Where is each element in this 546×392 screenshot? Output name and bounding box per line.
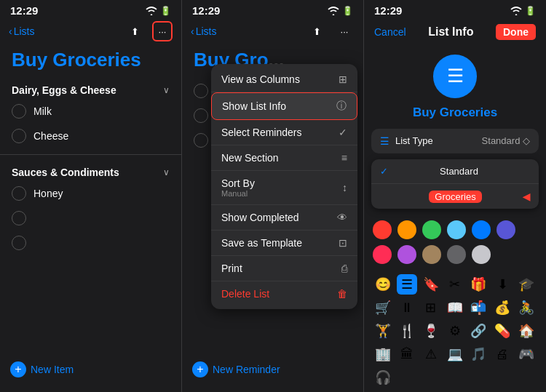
more-button-1[interactable]: ··· (152, 21, 173, 41)
color-red[interactable] (373, 220, 392, 239)
menu-delete-list[interactable]: Delete List 🗑 (211, 281, 357, 306)
menu-sort-by[interactable]: Sort By Manual ↕ (211, 171, 357, 205)
checkbox-cheese[interactable] (12, 129, 26, 143)
share-button-2[interactable]: ⬆ (306, 21, 327, 41)
plus-icon-2: + (192, 361, 208, 377)
menu-show-completed[interactable]: Show Completed 👁 (211, 205, 357, 231)
color-brown[interactable] (422, 245, 441, 264)
icon-scissors[interactable]: ✂ (445, 274, 465, 295)
icon-pill[interactable]: 💊 (492, 321, 513, 341)
wifi-icon-2 (328, 7, 339, 15)
info-icon: ⓘ (336, 100, 347, 113)
more-button-2[interactable]: ··· (334, 21, 355, 41)
color-gray[interactable] (447, 245, 466, 264)
list-item-empty-1 (0, 206, 181, 231)
dropdown-option-groceries[interactable]: ✓ Groceries ◀ (371, 184, 539, 209)
color-indigo[interactable] (496, 220, 515, 239)
menu-select-reminders[interactable]: Select Reminders ✓ (211, 120, 357, 145)
color-green[interactable] (422, 220, 441, 239)
icon-bike[interactable]: 🚴 (516, 297, 537, 318)
icon-mail[interactable]: 📬 (468, 297, 488, 318)
menu-label-show-list-info: Show List Info (222, 100, 286, 112)
add-reminder-label: New Reminder (213, 364, 280, 375)
icon-wine[interactable]: 🍷 (421, 321, 441, 341)
menu-save-template[interactable]: Save as Template ⊡ (211, 231, 357, 256)
checkbox-honey-2[interactable] (194, 133, 208, 148)
icon-gear[interactable]: ⚙ (445, 321, 465, 341)
back-button-1[interactable]: ‹ Lists (9, 25, 34, 37)
list-name-display[interactable]: Buy Groceries (364, 105, 546, 120)
color-lightgray[interactable] (472, 245, 491, 264)
section-name-dairy: Dairy, Eggs & Cheese (12, 84, 116, 96)
add-item-button-1[interactable]: + New Item (10, 361, 74, 377)
dropdown-option-standard[interactable]: ✓ Standard (371, 159, 539, 184)
icon-book[interactable]: 📖 (445, 297, 465, 318)
icon-grad[interactable]: 🎓 (516, 274, 537, 295)
icon-game[interactable]: 🎮 (516, 344, 537, 364)
icon-list[interactable]: ☰ (397, 274, 417, 295)
nav-icons-1: ⬆ ··· (124, 21, 173, 41)
battery-icon-2: 🔋 (342, 6, 353, 16)
icon-warning[interactable]: ⚠ (421, 344, 441, 364)
icon-picker: 😊 ☰ 🔖 ✂ 🎁 ⬇ 🎓 🛒 ⏸ ⊞ 📖 📬 💰 🚴 🏋 🍴 🍷 ⚙ 🔗 💊 … (365, 270, 545, 392)
icon-link[interactable]: 🔗 (468, 321, 488, 341)
icon-download[interactable]: ⬇ (492, 274, 513, 295)
icon-grid[interactable]: ⊞ (421, 297, 441, 318)
icon-weights[interactable]: 🏋 (373, 321, 393, 341)
list-icon-circle[interactable]: ☰ (433, 55, 477, 98)
color-lightblue[interactable] (447, 220, 466, 239)
icon-bank[interactable]: 🏛 (397, 344, 417, 364)
icon-music[interactable]: 🎵 (468, 344, 488, 364)
checkbox-empty-2[interactable] (12, 236, 26, 250)
checkbox-cheese-2[interactable] (194, 108, 208, 123)
option-label-groceries: Groceries (429, 191, 481, 203)
icon-bookmark[interactable]: 🔖 (421, 274, 441, 295)
menu-new-section[interactable]: New Section ≡ (211, 145, 357, 171)
chevron-sauces[interactable]: ∨ (163, 167, 170, 177)
checkbox-honey-1[interactable] (12, 186, 26, 201)
cancel-button[interactable]: Cancel (374, 26, 406, 38)
check-icon: ✓ (339, 127, 347, 138)
list-item-cheese: Cheese (0, 124, 181, 148)
battery-icon-3: 🔋 (525, 6, 536, 16)
status-bar-3: 12:29 🔋 (364, 0, 546, 18)
share-button-1[interactable]: ⬆ (124, 21, 145, 41)
trash-icon: 🗑 (337, 288, 347, 300)
menu-show-list-info[interactable]: Show List Info ⓘ (211, 92, 357, 120)
checkbox-empty-1[interactable] (12, 211, 26, 225)
add-item-label-1: New Item (31, 364, 74, 375)
icon-smiley[interactable]: 😊 (373, 274, 393, 295)
icon-gift[interactable]: 🎁 (468, 274, 488, 295)
color-pink[interactable] (373, 245, 392, 264)
icon-money[interactable]: 💰 (492, 297, 513, 318)
section-header-sauces: Sauces & Condiments ∨ (0, 161, 181, 181)
icon-printer[interactable]: 🖨 (492, 344, 513, 364)
menu-view-columns[interactable]: View as Columns ⊞ (211, 67, 357, 92)
add-reminder-button[interactable]: + New Reminder (192, 361, 280, 377)
color-purple[interactable] (397, 245, 416, 264)
icon-pause[interactable]: ⏸ (397, 297, 417, 318)
menu-print[interactable]: Print ⎙ (211, 256, 357, 281)
list-type-row[interactable]: ☰ List Type Standard ◇ (371, 129, 539, 153)
done-button[interactable]: Done (496, 24, 536, 40)
icon-cart[interactable]: 🛒 (373, 297, 393, 318)
icon-fork[interactable]: 🍴 (397, 321, 417, 341)
status-icons-2: 🔋 (328, 6, 353, 16)
list-info-title: List Info (428, 25, 473, 39)
color-orange[interactable] (397, 220, 416, 239)
list-icon: ☰ (447, 65, 464, 87)
section-header-dairy: Dairy, Eggs & Cheese ∨ (0, 79, 181, 99)
red-arrow-indicator: ◀ (523, 191, 530, 202)
icon-laptop[interactable]: 💻 (445, 344, 465, 364)
color-blue[interactable] (472, 220, 491, 239)
chevron-dairy[interactable]: ∨ (163, 85, 170, 95)
menu-label-new-section: New Section (221, 152, 279, 164)
icon-office[interactable]: 🏢 (373, 344, 393, 364)
checkbox-milk[interactable] (12, 104, 26, 119)
back-button-2[interactable]: ‹ Lists (191, 25, 216, 37)
icon-home[interactable]: 🏠 (516, 321, 537, 341)
section-icon: ≡ (341, 152, 347, 164)
checkbox-milk-2[interactable] (194, 84, 208, 98)
sort-icon: ↕ (342, 182, 347, 193)
icon-headphones[interactable]: 🎧 (373, 367, 393, 388)
